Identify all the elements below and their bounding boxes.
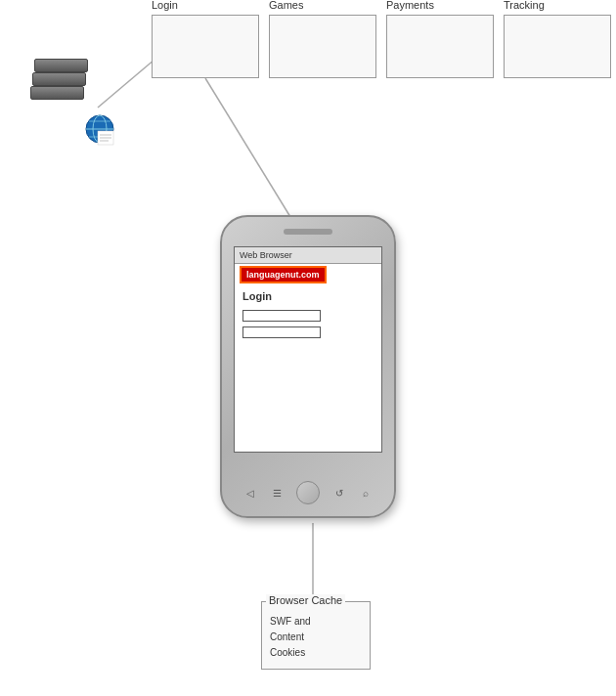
service-games: Games [269,15,376,78]
service-login-label: Login [152,0,178,11]
search-button[interactable]: ⌕ [358,485,374,500]
server-disk-3 [30,86,84,100]
service-payments-label: Payments [386,0,434,11]
cache-line3: Cookies [270,647,305,658]
browser-cache-box: Browser Cache SWF and Content Cookies [261,601,371,670]
phone-body: Web Browser languagenut.com Login ◁ ☰ ↺ … [220,215,396,518]
url-bar[interactable]: languagenut.com [240,266,327,283]
service-games-label: Games [269,0,303,11]
phone-screen[interactable]: Web Browser languagenut.com Login [234,246,382,453]
browser-title: Web Browser [240,250,292,260]
service-boxes: Login Games Payments Tracking [152,15,611,78]
browser-title-bar: Web Browser [235,247,381,264]
phone: Web Browser languagenut.com Login ◁ ☰ ↺ … [210,215,406,528]
browser-cache-container: Browser Cache SWF and Content Cookies [261,601,371,670]
cache-line1: SWF and [270,616,311,627]
service-tracking-label: Tracking [504,0,545,11]
globe-icon [82,111,117,147]
service-login: Login [152,15,259,78]
refresh-button[interactable]: ↺ [331,485,347,500]
service-payments: Payments [386,15,494,78]
service-tracking: Tracking [504,15,611,78]
username-field[interactable] [242,310,321,322]
phone-controls: ◁ ☰ ↺ ⌕ [222,481,394,504]
back-button[interactable]: ◁ [242,485,258,500]
server-disk-1 [34,59,88,72]
svg-line-1 [205,78,298,230]
menu-button[interactable]: ☰ [269,485,285,500]
phone-speaker [284,229,332,235]
server-disk-2 [32,72,86,86]
home-button[interactable] [296,481,320,504]
cache-content: SWF and Content Cookies [262,602,370,669]
server-icon [29,59,117,147]
cache-line2: Content [270,631,304,642]
login-heading: Login [242,290,374,302]
browser-cache-label: Browser Cache [266,594,345,606]
password-field[interactable] [242,326,321,338]
screen-content: Login [235,285,381,348]
